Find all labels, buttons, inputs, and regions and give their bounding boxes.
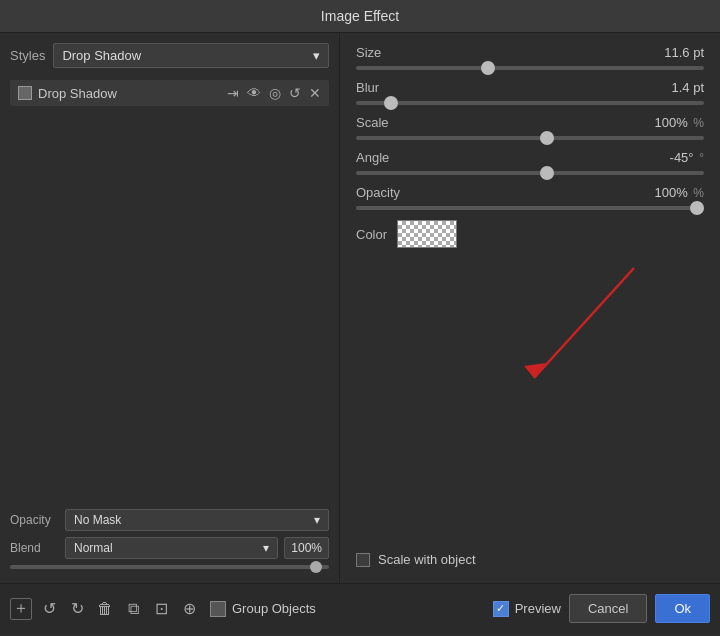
styles-value: Drop Shadow	[62, 48, 141, 63]
right-panel: Size 11.6 pt Blur 1.4 pt Scale 100%	[340, 33, 720, 583]
scale-with-object-row: Scale with object	[356, 548, 704, 571]
circle-add-icon[interactable]: ⊕	[178, 598, 200, 620]
scale-thumb[interactable]	[540, 131, 554, 145]
color-row: Color	[356, 220, 704, 248]
opacity-label: Opacity	[10, 513, 65, 527]
styles-label: Styles	[10, 48, 45, 63]
opacity-dropdown[interactable]: No Mask ▾	[65, 509, 329, 531]
blend-percent[interactable]: 100%	[284, 537, 329, 559]
annotation-area	[356, 258, 704, 538]
dialog-title: Image Effect	[321, 8, 399, 24]
chevron-down-icon: ▾	[314, 513, 320, 527]
color-label: Color	[356, 227, 387, 242]
styles-row: Styles Drop Shadow ▾	[10, 43, 329, 68]
bottom-slider-row	[10, 565, 329, 569]
svg-marker-1	[524, 363, 546, 378]
circle-icon[interactable]: ◎	[269, 85, 281, 101]
blur-label: Blur	[356, 80, 379, 95]
color-swatch[interactable]	[397, 220, 457, 248]
scale-with-object-checkbox[interactable]	[356, 553, 370, 567]
svg-line-0	[534, 268, 634, 378]
size-param: Size 11.6 pt	[356, 45, 704, 70]
title-bar: Image Effect	[0, 0, 720, 33]
bottom-bar: ＋ ↺ ↻ 🗑 ⧉ ⊡ ⊕ Group Objects Preview Canc…	[0, 583, 720, 633]
scale-with-object-label: Scale with object	[378, 552, 476, 567]
opacity-row: Opacity No Mask ▾	[10, 509, 329, 531]
effect-item-drop-shadow: Drop Shadow ⇥ 👁 ◎ ↺ ✕	[10, 80, 329, 106]
blend-dropdown[interactable]: Normal ▾	[65, 537, 278, 559]
undo-icon[interactable]: ↺	[38, 598, 60, 620]
scale-label: Scale	[356, 115, 389, 130]
bottom-controls: Opacity No Mask ▾ Blend Normal ▾ 100%	[10, 509, 329, 573]
scale-slider[interactable]	[356, 136, 704, 140]
delete-icon[interactable]: 🗑	[94, 598, 116, 620]
angle-value: -45° °	[670, 150, 704, 165]
bottom-slider-thumb[interactable]	[310, 561, 322, 573]
chevron-down-icon: ▾	[263, 541, 269, 555]
chevron-down-icon: ▾	[313, 48, 320, 63]
preview-checkbox[interactable]	[493, 601, 509, 617]
size-value: 11.6 pt	[664, 45, 704, 60]
add-icon[interactable]: ＋	[10, 598, 32, 620]
redo-icon[interactable]: ↻	[66, 598, 88, 620]
effect-checkbox[interactable]	[18, 86, 32, 100]
angle-label: Angle	[356, 150, 389, 165]
bottom-left-icons: ＋ ↺ ↻ 🗑 ⧉ ⊡ ⊕	[10, 598, 200, 620]
ok-button[interactable]: Ok	[655, 594, 710, 623]
group-objects-checkbox[interactable]	[210, 601, 226, 617]
angle-thumb[interactable]	[540, 166, 554, 180]
group-icon[interactable]: ⊡	[150, 598, 172, 620]
opacity-slider[interactable]	[356, 206, 704, 210]
blend-label: Blend	[10, 541, 65, 555]
opacity-thumb[interactable]	[690, 201, 704, 215]
size-label: Size	[356, 45, 381, 60]
annotation-arrow	[474, 258, 674, 408]
scale-value: 100% %	[654, 115, 704, 130]
size-slider[interactable]	[356, 66, 704, 70]
group-objects-area: Group Objects	[210, 601, 316, 617]
blend-row: Blend Normal ▾ 100%	[10, 537, 329, 559]
duplicate-icon[interactable]: ⧉	[122, 598, 144, 620]
group-objects-label: Group Objects	[232, 601, 316, 616]
left-panel: Styles Drop Shadow ▾ Drop Shadow ⇥ 👁 ◎ ↺…	[0, 33, 340, 583]
opacity-value: 100% %	[654, 185, 704, 200]
angle-slider[interactable]	[356, 171, 704, 175]
blur-thumb[interactable]	[384, 96, 398, 110]
blur-value: 1.4 pt	[671, 80, 704, 95]
effect-name: Drop Shadow	[38, 86, 221, 101]
preview-label: Preview	[515, 601, 561, 616]
scale-param: Scale 100% %	[356, 115, 704, 140]
link-icon[interactable]: ⇥	[227, 85, 239, 101]
angle-param: Angle -45° °	[356, 150, 704, 175]
bottom-slider-track[interactable]	[10, 565, 329, 569]
bottom-right: Preview Cancel Ok	[493, 594, 710, 623]
blur-param: Blur 1.4 pt	[356, 80, 704, 105]
size-thumb[interactable]	[481, 61, 495, 75]
opacity-value: No Mask	[74, 513, 121, 527]
opacity-param: Opacity 100% %	[356, 185, 704, 210]
eye-icon[interactable]: 👁	[247, 85, 261, 101]
effect-icons: ⇥ 👁 ◎ ↺ ✕	[227, 85, 321, 101]
blur-slider[interactable]	[356, 101, 704, 105]
close-icon[interactable]: ✕	[309, 85, 321, 101]
preview-area: Preview	[493, 601, 561, 617]
opacity-label: Opacity	[356, 185, 400, 200]
cancel-button[interactable]: Cancel	[569, 594, 647, 623]
reset-icon[interactable]: ↺	[289, 85, 301, 101]
blend-value: Normal	[74, 541, 113, 555]
styles-dropdown[interactable]: Drop Shadow ▾	[53, 43, 329, 68]
